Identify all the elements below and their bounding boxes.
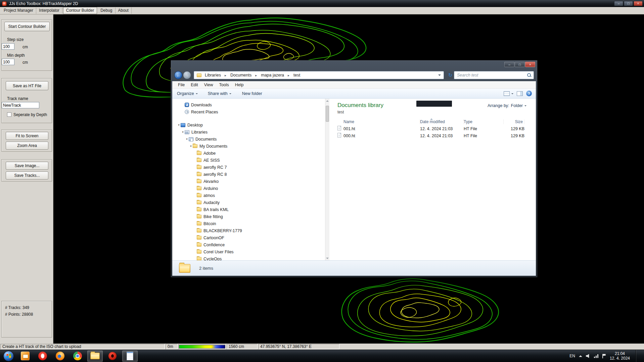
tree-item[interactable]: Adobe <box>172 150 325 157</box>
tree-item[interactable]: aerofly RC 8 <box>172 171 325 178</box>
column-date-modified[interactable]: Date modified <box>420 119 464 124</box>
scroll-up-icon[interactable] <box>325 99 329 103</box>
share-with-button[interactable]: Share with <box>208 91 231 96</box>
tree-item-icon <box>197 179 201 183</box>
refresh-icon[interactable]: ↻ <box>447 71 454 79</box>
taskbar-item-firefox[interactable] <box>52 351 68 362</box>
tree-item[interactable]: Confidence <box>172 241 325 248</box>
tree-item[interactable]: Documents <box>172 136 325 143</box>
save-tracks-button[interactable]: Save Tracks... <box>6 171 48 179</box>
tab-bar: Project Manager Interpolator Contour Bui… <box>0 7 644 14</box>
scroll-down-icon[interactable] <box>325 256 329 260</box>
separate-by-depth-checkbox[interactable] <box>7 112 11 117</box>
tab[interactable]: Project Manager <box>1 7 36 14</box>
back-button[interactable]: ← <box>174 71 182 79</box>
tree-item[interactable]: Bike fitting <box>172 213 325 220</box>
taskbar-item-opera-gx[interactable] <box>105 351 120 362</box>
column-type[interactable]: Type <box>464 119 504 124</box>
tree-item[interactable]: AE SISS <box>172 157 325 164</box>
fit-to-screen-button[interactable]: Fit to Screen <box>6 132 48 140</box>
organize-button[interactable]: Organize <box>177 91 198 96</box>
start-button[interactable] <box>3 351 14 361</box>
volume-icon[interactable] <box>586 354 590 358</box>
contour-settings-group: Start Contour Builder Step size cm Min d… <box>1 19 52 71</box>
explorer-maximize-button[interactable]: □ <box>515 62 525 67</box>
breadcrumb[interactable]: LibrariesDocumentsmapa jazeratest <box>194 71 444 79</box>
file-row[interactable]: 001.ht 12. 4. 2024 21:03 HT File 129 KB <box>329 125 536 132</box>
breadcrumb-item[interactable]: test <box>291 72 302 78</box>
tree-item[interactable]: BLACKBERRY-1779 <box>172 227 325 234</box>
minimize-button[interactable]: – <box>614 1 623 6</box>
taskbar-item-notepad[interactable] <box>122 351 138 362</box>
search-input[interactable] <box>456 72 527 78</box>
tree-item[interactable]: Libraries <box>172 128 325 136</box>
menu-item[interactable]: Help <box>232 82 247 88</box>
min-depth-input[interactable] <box>2 59 14 65</box>
show-desktop-button[interactable] <box>636 350 640 362</box>
show-hidden-icons[interactable] <box>579 354 582 357</box>
column-name[interactable]: Name <box>343 119 420 124</box>
file-row[interactable]: 000.ht 12. 4. 2024 21:03 HT File 129 KB <box>329 132 536 139</box>
tab[interactable]: Interpolator <box>36 7 62 14</box>
explorer-minimize-button[interactable]: – <box>504 62 514 67</box>
tree-item-icon <box>197 194 201 197</box>
breadcrumb-item[interactable]: Libraries <box>203 72 228 78</box>
menu-item[interactable]: View <box>201 82 216 88</box>
explorer-titlebar: – □ × <box>171 60 537 69</box>
breadcrumb-item[interactable]: mapa jazera <box>259 72 291 78</box>
action-center-icon[interactable] <box>602 354 606 358</box>
address-dropdown-icon[interactable] <box>438 74 441 77</box>
column-size[interactable]: Size <box>504 119 524 124</box>
tooltip-artifact <box>416 101 452 107</box>
tree-item[interactable]: Bitcoin <box>172 220 325 227</box>
tree-item[interactable]: atmos <box>172 192 325 199</box>
taskbar-item-explorer[interactable] <box>87 351 103 362</box>
preview-pane-icon[interactable] <box>517 91 523 96</box>
taskbar-item-outlook[interactable] <box>17 351 33 362</box>
tab[interactable]: Contour Builder <box>63 7 97 14</box>
track-name-input[interactable] <box>2 102 39 108</box>
forward-button[interactable]: → <box>183 71 191 79</box>
tracks-count: # Tracks: 349 <box>5 305 29 310</box>
explorer-close-button[interactable]: × <box>525 62 535 67</box>
tree-item[interactable]: Desktop <box>172 121 325 128</box>
tree-item[interactable]: Corel User Files <box>172 248 325 255</box>
tree-item[interactable]: CartoonOF <box>172 234 325 241</box>
save-image-button[interactable]: Save Image... <box>6 162 48 170</box>
tab[interactable]: About <box>116 7 132 14</box>
network-icon[interactable] <box>594 354 599 358</box>
favorite-item[interactable]: Downloads <box>172 101 325 108</box>
tree-scrollbar[interactable] <box>325 99 329 260</box>
explorer-address-bar: ← → LibrariesDocumentsmapa jazeratest ↻ <box>171 69 537 81</box>
tree-item-label: Adobe <box>203 151 216 156</box>
favorite-item[interactable]: Recent Places <box>172 108 325 115</box>
tree-item[interactable]: Akvarko <box>172 178 325 185</box>
tree-item[interactable]: Audacity <box>172 199 325 206</box>
start-contour-builder-button[interactable]: Start Contour Builder <box>4 22 50 31</box>
arrange-by-control[interactable]: Arrange by: Folder <box>488 103 526 108</box>
tab[interactable]: Debug <box>98 7 115 14</box>
menu-item[interactable]: Edit <box>188 82 201 88</box>
breadcrumb-item[interactable]: Documents <box>228 72 259 78</box>
taskbar-item-chrome[interactable] <box>70 351 85 362</box>
change-view-button[interactable] <box>504 91 513 96</box>
step-size-input[interactable] <box>2 43 14 50</box>
close-button[interactable]: × <box>634 1 643 6</box>
new-folder-button[interactable]: New folder <box>242 91 262 96</box>
tree-item[interactable]: Arduino <box>172 185 325 192</box>
menu-item[interactable]: Tools <box>216 82 232 88</box>
zoom-area-button[interactable]: Zoom Area <box>6 142 48 150</box>
menu-item[interactable]: File <box>175 82 188 88</box>
help-icon[interactable] <box>526 91 532 96</box>
tree-item[interactable]: My Documents <box>172 143 325 150</box>
arrange-by-value[interactable]: Folder <box>511 103 523 108</box>
maximize-button[interactable]: □ <box>624 1 633 6</box>
tree-item[interactable]: aerofly RC 7 <box>172 164 325 171</box>
taskbar-item-opera[interactable] <box>35 351 50 362</box>
clock[interactable]: 21:04 12. 4. 2024 <box>610 351 630 361</box>
language-indicator[interactable]: EN <box>569 354 575 358</box>
scrollbar-thumb[interactable] <box>326 106 329 122</box>
tree-item[interactable]: CycleOps <box>172 255 325 260</box>
tree-item[interactable]: BA trails KML <box>172 206 325 213</box>
save-ht-file-button[interactable]: Save as HT File <box>6 81 48 90</box>
